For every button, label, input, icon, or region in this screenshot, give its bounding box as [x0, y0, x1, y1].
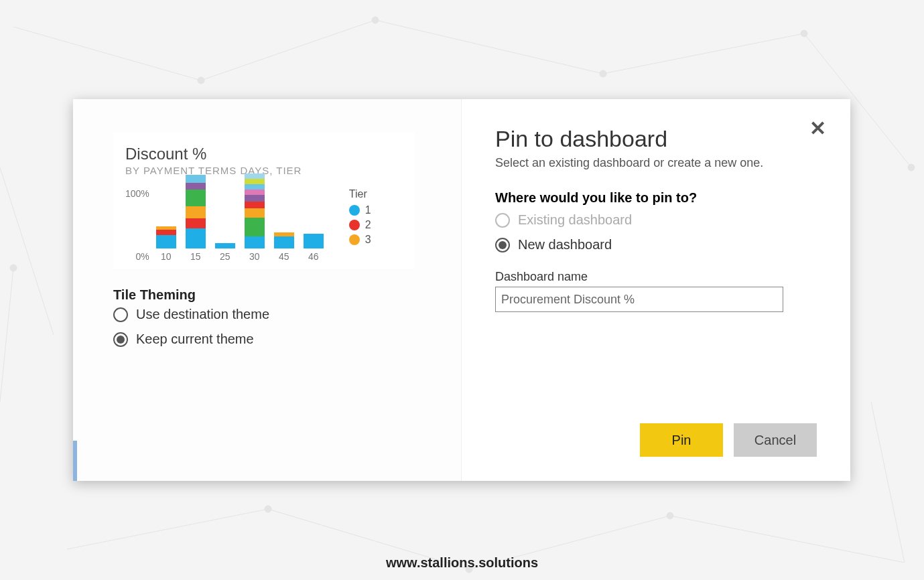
svg-point-16 — [265, 506, 271, 512]
legend-swatch — [349, 220, 360, 230]
svg-point-19 — [10, 265, 17, 271]
radio-icon — [495, 238, 510, 252]
bar-segment — [186, 228, 206, 248]
radio-new-dashboard[interactable]: New dashboard — [495, 237, 817, 252]
tile-preview: Discount % BY PAYMENT TERMS DAYS, TIER 1… — [113, 133, 415, 269]
legend-swatch — [349, 205, 360, 216]
svg-line-6 — [67, 509, 268, 549]
dialog-title: Pin to dashboard — [495, 126, 817, 152]
legend-item: 2 — [349, 219, 371, 231]
tile-theming-header: Tile Theming — [113, 287, 441, 303]
bar-segment — [245, 190, 265, 195]
legend-label: 1 — [365, 204, 371, 216]
svg-line-2 — [375, 20, 603, 74]
legend-label: 2 — [365, 219, 371, 231]
dialog-subtitle: Select an existing dashboard or create a… — [495, 156, 817, 170]
pin-to-dashboard-dialog: Discount % BY PAYMENT TERMS DAYS, TIER 1… — [73, 99, 850, 481]
bar-column: 45 — [273, 232, 295, 262]
bar-segment — [245, 173, 265, 179]
x-tick: 46 — [308, 251, 319, 262]
x-tick: 30 — [249, 251, 260, 262]
y-tick: 0% — [125, 251, 149, 262]
radio-existing-dashboard: Existing dashboard — [495, 212, 817, 228]
radio-use-destination-theme[interactable]: Use destination theme — [113, 307, 441, 322]
svg-point-15 — [801, 30, 807, 37]
svg-point-18 — [667, 512, 673, 519]
bar-segment — [186, 206, 206, 218]
radio-label: Existing dashboard — [518, 212, 632, 228]
x-tick: 45 — [279, 251, 289, 262]
legend-label: 3 — [365, 234, 371, 246]
bar-column: 15 — [184, 175, 207, 262]
bar-column: 46 — [302, 234, 325, 262]
bar-column: 10 — [155, 226, 178, 262]
bar-segment — [245, 236, 265, 248]
bar-segment — [186, 218, 206, 228]
svg-line-1 — [201, 20, 375, 80]
x-tick: 15 — [190, 251, 201, 262]
y-tick: 100% — [125, 188, 149, 199]
bar-segment — [186, 190, 206, 206]
bar-segment — [156, 235, 176, 248]
footer-url: www.stallions.solutions — [0, 555, 924, 571]
svg-line-11 — [0, 167, 54, 335]
dialog-buttons: Pin Cancel — [640, 423, 817, 457]
bar-segment — [215, 243, 235, 248]
pin-button[interactable]: Pin — [640, 423, 723, 457]
svg-line-0 — [13, 27, 201, 80]
radio-keep-current-theme[interactable]: Keep current theme — [113, 332, 441, 347]
svg-line-10 — [871, 402, 905, 563]
legend-title: Tier — [349, 188, 371, 200]
svg-line-3 — [603, 33, 804, 74]
bar-segment — [245, 184, 265, 190]
bar-segment — [186, 175, 206, 183]
cancel-button[interactable]: Cancel — [734, 423, 817, 457]
bar-segment — [245, 202, 265, 208]
dialog-right-panel: ✕ Pin to dashboard Select an existing da… — [462, 99, 850, 481]
bar-segment — [156, 230, 176, 235]
bar-segment — [245, 208, 265, 218]
legend-swatch — [349, 234, 360, 245]
chart: 100% 0% 101525304546 Tier 123 — [125, 188, 403, 262]
chart-bars: 101525304546 — [155, 188, 325, 262]
chart-legend: Tier 123 — [349, 188, 371, 262]
radio-label: Keep current theme — [136, 332, 254, 347]
svg-point-12 — [198, 77, 204, 84]
bar-segment — [186, 183, 206, 190]
pin-target-question: Where would you like to pin to? — [495, 190, 817, 206]
legend-item: 3 — [349, 234, 371, 246]
bar-column: 25 — [214, 243, 237, 262]
dialog-left-panel: Discount % BY PAYMENT TERMS DAYS, TIER 1… — [73, 99, 462, 481]
radio-icon — [495, 213, 510, 228]
bar-segment — [274, 236, 294, 248]
dashboard-name-label: Dashboard name — [495, 270, 817, 284]
radio-icon — [113, 332, 128, 347]
tile-title: Discount % — [125, 145, 403, 163]
bar-segment — [245, 195, 265, 202]
chart-y-axis: 100% 0% — [125, 188, 149, 262]
x-tick: 10 — [161, 251, 172, 262]
radio-label: New dashboard — [518, 237, 612, 252]
x-tick: 25 — [220, 251, 230, 262]
radio-label: Use destination theme — [136, 307, 269, 322]
bar-column: 30 — [243, 173, 266, 262]
svg-point-13 — [372, 17, 379, 23]
legend-item: 1 — [349, 204, 371, 216]
svg-line-5 — [0, 268, 13, 402]
bar-segment — [245, 218, 265, 236]
bar-segment — [304, 234, 324, 248]
close-icon[interactable]: ✕ — [809, 117, 826, 140]
svg-point-14 — [600, 70, 606, 77]
dashboard-name-input[interactable] — [495, 287, 783, 312]
radio-icon — [113, 307, 128, 322]
bar-segment — [245, 179, 265, 184]
svg-point-20 — [908, 164, 915, 171]
